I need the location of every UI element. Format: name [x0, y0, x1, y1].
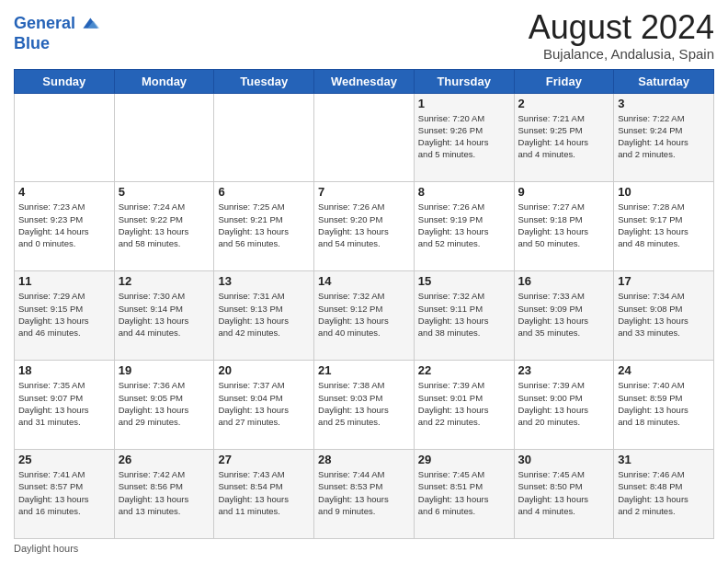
calendar-cell: 6Sunrise: 7:25 AM Sunset: 9:21 PM Daylig… [214, 182, 314, 271]
day-number: 5 [119, 185, 210, 199]
day-number: 27 [218, 453, 310, 466]
header-thursday: Thursday [414, 69, 514, 93]
calendar-cell: 29Sunrise: 7:45 AM Sunset: 8:51 PM Dayli… [414, 450, 514, 539]
day-number: 20 [218, 363, 310, 377]
calendar-cell: 5Sunrise: 7:24 AM Sunset: 9:22 PM Daylig… [114, 182, 214, 271]
day-info: Sunrise: 7:39 AM Sunset: 9:00 PM Dayligh… [518, 379, 610, 428]
calendar-cell: 10Sunrise: 7:28 AM Sunset: 9:17 PM Dayli… [614, 182, 714, 271]
calendar-week-4: 18Sunrise: 7:35 AM Sunset: 9:07 PM Dayli… [15, 361, 714, 450]
footer-text: Daylight hours [14, 543, 78, 554]
calendar-cell: 8Sunrise: 7:26 AM Sunset: 9:19 PM Daylig… [414, 182, 514, 271]
day-number: 2 [518, 97, 610, 110]
day-number: 22 [418, 363, 510, 377]
calendar-cell: 20Sunrise: 7:37 AM Sunset: 9:04 PM Dayli… [214, 361, 314, 450]
calendar-cell: 11Sunrise: 7:29 AM Sunset: 9:15 PM Dayli… [15, 271, 115, 361]
calendar-cell: 14Sunrise: 7:32 AM Sunset: 9:12 PM Dayli… [314, 271, 415, 361]
header-sunday: Sunday [15, 69, 115, 93]
day-number: 12 [119, 274, 210, 288]
day-info: Sunrise: 7:30 AM Sunset: 9:14 PM Dayligh… [119, 290, 210, 339]
day-info: Sunrise: 7:34 AM Sunset: 9:08 PM Dayligh… [618, 290, 710, 339]
calendar-cell: 25Sunrise: 7:41 AM Sunset: 8:57 PM Dayli… [15, 450, 115, 539]
day-info: Sunrise: 7:22 AM Sunset: 9:24 PM Dayligh… [618, 112, 710, 161]
calendar-cell: 13Sunrise: 7:31 AM Sunset: 9:13 PM Dayli… [214, 271, 314, 361]
day-info: Sunrise: 7:26 AM Sunset: 9:19 PM Dayligh… [418, 201, 510, 249]
day-info: Sunrise: 7:45 AM Sunset: 8:50 PM Dayligh… [518, 468, 610, 517]
header: General Blue August 2024 Bujalance, Anda… [14, 9, 714, 62]
calendar-cell: 21Sunrise: 7:38 AM Sunset: 9:03 PM Dayli… [314, 361, 415, 450]
calendar-cell: 19Sunrise: 7:36 AM Sunset: 9:05 PM Dayli… [114, 361, 214, 450]
day-info: Sunrise: 7:38 AM Sunset: 9:03 PM Dayligh… [318, 379, 410, 428]
calendar-cell: 4Sunrise: 7:23 AM Sunset: 9:23 PM Daylig… [15, 182, 115, 271]
day-info: Sunrise: 7:32 AM Sunset: 9:12 PM Dayligh… [318, 290, 410, 339]
calendar-cell: 18Sunrise: 7:35 AM Sunset: 9:07 PM Dayli… [15, 361, 115, 450]
header-wednesday: Wednesday [314, 69, 415, 93]
day-info: Sunrise: 7:40 AM Sunset: 8:59 PM Dayligh… [618, 379, 710, 428]
day-number: 26 [119, 453, 210, 466]
calendar-cell: 26Sunrise: 7:42 AM Sunset: 8:56 PM Dayli… [114, 450, 214, 539]
calendar-cell: 30Sunrise: 7:45 AM Sunset: 8:50 PM Dayli… [514, 450, 614, 539]
day-info: Sunrise: 7:45 AM Sunset: 8:51 PM Dayligh… [418, 468, 510, 517]
day-info: Sunrise: 7:32 AM Sunset: 9:11 PM Dayligh… [418, 290, 510, 339]
calendar-cell: 2Sunrise: 7:21 AM Sunset: 9:25 PM Daylig… [514, 93, 614, 182]
day-number: 3 [618, 97, 710, 110]
day-number: 24 [618, 363, 710, 377]
day-info: Sunrise: 7:37 AM Sunset: 9:04 PM Dayligh… [218, 379, 310, 428]
calendar-cell: 17Sunrise: 7:34 AM Sunset: 9:08 PM Dayli… [614, 271, 714, 361]
calendar-cell: 22Sunrise: 7:39 AM Sunset: 9:01 PM Dayli… [414, 361, 514, 450]
day-number: 21 [318, 363, 410, 377]
day-info: Sunrise: 7:21 AM Sunset: 9:25 PM Dayligh… [518, 112, 610, 161]
calendar-cell: 16Sunrise: 7:33 AM Sunset: 9:09 PM Dayli… [514, 271, 614, 361]
day-number: 28 [318, 453, 410, 466]
day-number: 30 [518, 453, 610, 466]
day-info: Sunrise: 7:24 AM Sunset: 9:22 PM Dayligh… [119, 201, 210, 249]
calendar-cell: 3Sunrise: 7:22 AM Sunset: 9:24 PM Daylig… [614, 93, 714, 182]
calendar-cell: 31Sunrise: 7:46 AM Sunset: 8:48 PM Dayli… [614, 450, 714, 539]
day-number: 7 [318, 185, 410, 199]
day-info: Sunrise: 7:46 AM Sunset: 8:48 PM Dayligh… [618, 468, 710, 517]
day-number: 23 [518, 363, 610, 377]
calendar-week-5: 25Sunrise: 7:41 AM Sunset: 8:57 PM Dayli… [15, 450, 714, 539]
day-number: 6 [218, 185, 310, 199]
day-number: 4 [18, 185, 110, 199]
calendar-cell [214, 93, 314, 182]
day-info: Sunrise: 7:31 AM Sunset: 9:13 PM Dayligh… [218, 290, 310, 339]
calendar-week-2: 4Sunrise: 7:23 AM Sunset: 9:23 PM Daylig… [15, 182, 714, 271]
header-friday: Friday [514, 69, 614, 93]
day-info: Sunrise: 7:35 AM Sunset: 9:07 PM Dayligh… [18, 379, 110, 428]
calendar-cell: 9Sunrise: 7:27 AM Sunset: 9:18 PM Daylig… [514, 182, 614, 271]
calendar-week-1: 1Sunrise: 7:20 AM Sunset: 9:26 PM Daylig… [15, 93, 714, 182]
calendar-cell [314, 93, 415, 182]
main-title: August 2024 [529, 9, 714, 46]
day-number: 13 [218, 274, 310, 288]
day-info: Sunrise: 7:39 AM Sunset: 9:01 PM Dayligh… [418, 379, 510, 428]
day-number: 16 [518, 274, 610, 288]
day-number: 1 [418, 97, 510, 110]
calendar-week-3: 11Sunrise: 7:29 AM Sunset: 9:15 PM Dayli… [15, 271, 714, 361]
day-number: 25 [18, 453, 110, 466]
day-info: Sunrise: 7:20 AM Sunset: 9:26 PM Dayligh… [418, 112, 510, 161]
day-number: 29 [418, 453, 510, 466]
day-number: 18 [18, 363, 110, 377]
calendar-cell [114, 93, 214, 182]
calendar-cell: 1Sunrise: 7:20 AM Sunset: 9:26 PM Daylig… [414, 93, 514, 182]
day-info: Sunrise: 7:28 AM Sunset: 9:17 PM Dayligh… [618, 201, 710, 249]
day-number: 31 [618, 453, 710, 466]
logo-text-line2: Blue [14, 35, 50, 53]
logo-icon [77, 13, 99, 35]
page: General Blue August 2024 Bujalance, Anda… [0, 0, 728, 563]
day-info: Sunrise: 7:43 AM Sunset: 8:54 PM Dayligh… [218, 468, 310, 517]
header-tuesday: Tuesday [214, 69, 314, 93]
calendar-header-row: Sunday Monday Tuesday Wednesday Thursday… [15, 69, 714, 93]
calendar-cell: 24Sunrise: 7:40 AM Sunset: 8:59 PM Dayli… [614, 361, 714, 450]
subtitle: Bujalance, Andalusia, Spain [529, 46, 714, 62]
day-number: 10 [618, 185, 710, 199]
calendar-cell: 7Sunrise: 7:26 AM Sunset: 9:20 PM Daylig… [314, 182, 415, 271]
day-number: 15 [418, 274, 510, 288]
calendar-cell: 12Sunrise: 7:30 AM Sunset: 9:14 PM Dayli… [114, 271, 214, 361]
day-info: Sunrise: 7:27 AM Sunset: 9:18 PM Dayligh… [518, 201, 610, 249]
day-number: 19 [119, 363, 210, 377]
day-info: Sunrise: 7:42 AM Sunset: 8:56 PM Dayligh… [119, 468, 210, 517]
logo-text-line1: General [14, 15, 75, 33]
header-monday: Monday [114, 69, 214, 93]
calendar-cell: 23Sunrise: 7:39 AM Sunset: 9:00 PM Dayli… [514, 361, 614, 450]
